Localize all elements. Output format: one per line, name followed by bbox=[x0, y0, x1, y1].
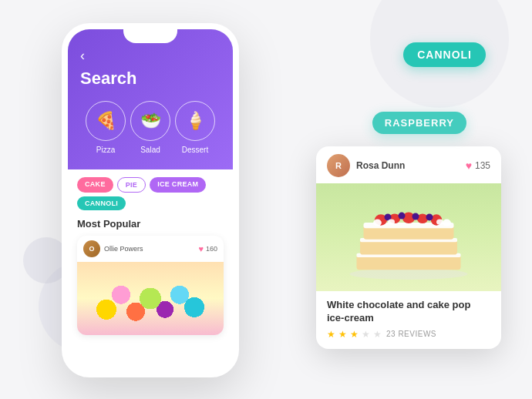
most-popular-title: Most Popular bbox=[77, 218, 224, 230]
float-user-row: R Rosa Dunn ♥ 135 bbox=[316, 146, 501, 183]
card-user-info: O Ollie Powers bbox=[83, 240, 143, 257]
star-5: ★ bbox=[373, 329, 382, 340]
category-pizza[interactable]: 🍕 Pizza bbox=[86, 101, 126, 154]
cannoli-badge[interactable]: CANNOLI bbox=[403, 42, 486, 67]
phone-body: CAKE PIE ICE CREAM CANNOLI Most Popular … bbox=[68, 169, 233, 343]
svg-point-0 bbox=[350, 269, 468, 280]
filter-tag-list: CAKE PIE ICE CREAM CANNOLI bbox=[77, 177, 224, 210]
card-like-count: 160 bbox=[206, 245, 217, 253]
salad-icon: 🥗 bbox=[130, 101, 170, 141]
star-1: ★ bbox=[327, 329, 335, 340]
card-user-name: Ollie Powers bbox=[104, 245, 143, 253]
back-button[interactable]: ‹ bbox=[80, 48, 221, 64]
float-heart-icon: ♥ bbox=[466, 159, 472, 172]
svg-point-15 bbox=[426, 213, 433, 220]
star-3: ★ bbox=[350, 329, 359, 340]
cake-svg bbox=[339, 191, 478, 283]
phone-mockup: ‹ Search 🍕 Pizza 🥗 Salad 🍦 Dessert CAKE … bbox=[62, 23, 239, 377]
cake-image-illustration bbox=[316, 183, 501, 291]
pizza-label: Pizza bbox=[96, 146, 115, 154]
raspberry-badge[interactable]: RASPBERRY bbox=[372, 112, 466, 134]
phone-header: ‹ Search 🍕 Pizza 🥗 Salad 🍦 Dessert bbox=[68, 29, 233, 169]
tag-cannoli[interactable]: CANNOLI bbox=[77, 196, 126, 210]
float-card-title: White chocolate and cake pop ice-cream bbox=[327, 299, 490, 325]
category-dessert[interactable]: 🍦 Dessert bbox=[175, 101, 215, 154]
float-like-count: 135 bbox=[475, 160, 490, 171]
svg-point-18 bbox=[388, 220, 395, 225]
float-user-info: R Rosa Dunn bbox=[327, 154, 405, 177]
svg-point-19 bbox=[436, 220, 443, 225]
dessert-icon: 🍦 bbox=[175, 101, 215, 141]
stars-row: ★ ★ ★ ★ ★ 23 REVIEWS bbox=[327, 329, 490, 340]
avatar-small: O bbox=[83, 240, 100, 257]
cake-balls-illustration bbox=[77, 262, 224, 335]
salad-label: Salad bbox=[140, 146, 160, 154]
svg-point-17 bbox=[443, 220, 451, 226]
float-like-row: ♥ 135 bbox=[466, 159, 490, 172]
search-title: Search bbox=[80, 69, 221, 89]
pizza-icon: 🍕 bbox=[86, 101, 126, 141]
float-card-image bbox=[316, 183, 501, 291]
dessert-label: Dessert bbox=[182, 146, 208, 154]
star-4: ★ bbox=[362, 329, 370, 340]
category-salad[interactable]: 🥗 Salad bbox=[130, 101, 170, 154]
reviews-count: 23 REVIEWS bbox=[386, 330, 436, 338]
heart-icon: ♥ bbox=[198, 244, 204, 253]
card-like-row: ♥ 160 bbox=[198, 244, 217, 253]
svg-point-14 bbox=[399, 213, 406, 220]
card-image bbox=[77, 262, 224, 335]
float-avatar: R bbox=[327, 154, 350, 177]
tag-cake[interactable]: CAKE bbox=[77, 177, 113, 193]
svg-point-13 bbox=[412, 213, 419, 220]
category-list: 🍕 Pizza 🥗 Salad 🍦 Dessert bbox=[80, 101, 221, 154]
float-card-info: White chocolate and cake pop ice-cream ★… bbox=[316, 291, 501, 349]
svg-point-16 bbox=[373, 220, 382, 226]
recipe-card-small[interactable]: O Ollie Powers ♥ 160 bbox=[77, 236, 224, 335]
star-2: ★ bbox=[338, 329, 347, 340]
tag-pie[interactable]: PIE bbox=[117, 177, 146, 193]
floating-recipe-card: R Rosa Dunn ♥ 135 bbox=[316, 146, 501, 349]
phone-notch bbox=[123, 29, 177, 43]
card-user-row: O Ollie Powers ♥ 160 bbox=[77, 236, 224, 262]
float-user-name: Rosa Dunn bbox=[356, 160, 405, 171]
tag-ice-cream[interactable]: ICE CREAM bbox=[150, 177, 206, 193]
